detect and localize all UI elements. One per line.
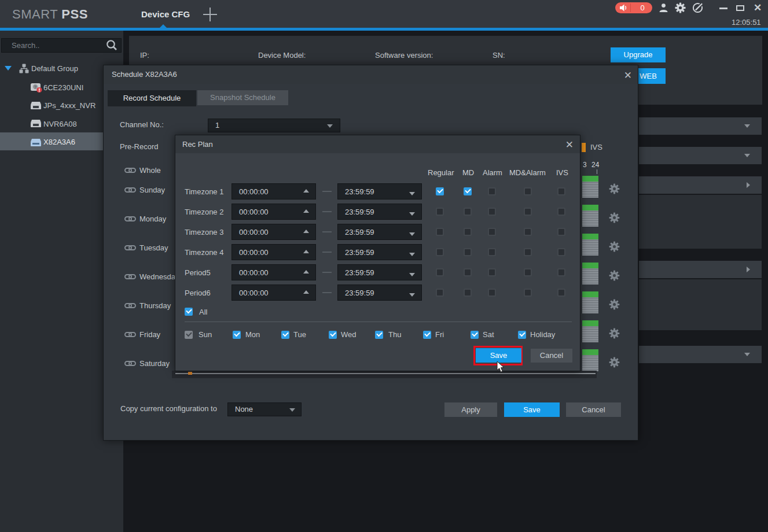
svg-text:?: ?: [34, 84, 37, 90]
